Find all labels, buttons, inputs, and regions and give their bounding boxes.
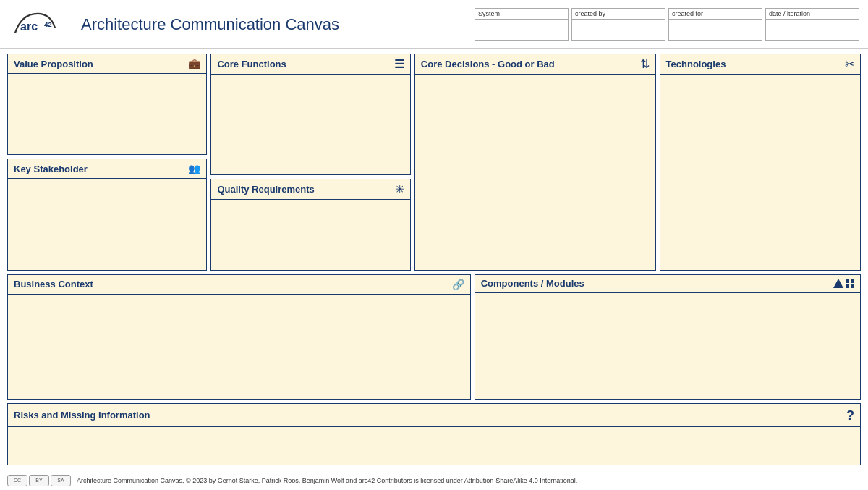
svg-marker-2	[833, 279, 843, 288]
link-icon	[452, 278, 464, 291]
cell-key-stakeholder: Key Stakeholder	[7, 159, 207, 270]
row-1: Value Proposition Key Stakeholder Core F…	[7, 54, 861, 271]
cell-core-decisions: Core Decisions - Good or Bad	[414, 54, 656, 271]
arc42-logo: arc 42	[9, 7, 67, 43]
cell-components-modules-header: Components / Modules	[475, 275, 860, 293]
cell-value-proposition-body[interactable]	[8, 74, 206, 154]
people-icon	[188, 162, 200, 175]
mid-col: Core Functions Quality Requirements	[210, 54, 410, 271]
cell-components-modules-body[interactable]	[475, 293, 860, 399]
cell-core-functions-title: Core Functions	[217, 59, 286, 69]
cell-risks-header: Risks and Missing Information	[8, 404, 860, 427]
cell-key-stakeholder-title: Key Stakeholder	[14, 164, 88, 174]
field-system[interactable]: System	[475, 8, 569, 41]
header: arc 42 Architecture Communication Canvas…	[0, 0, 868, 49]
cell-core-decisions-title: Core Decisions - Good or Bad	[421, 59, 555, 69]
left-col: Value Proposition Key Stakeholder	[7, 54, 207, 271]
cell-quality-requirements: Quality Requirements	[210, 179, 410, 271]
svg-text:arc: arc	[20, 20, 38, 33]
tools-icon	[845, 57, 854, 71]
briefcase-icon	[188, 57, 200, 70]
cc-icon: CC	[7, 475, 27, 486]
cell-risks: Risks and Missing Information	[7, 403, 861, 465]
cell-business-context-body[interactable]	[8, 295, 470, 399]
field-created-for-label: created for	[669, 9, 762, 20]
field-created-by-label: created by	[572, 9, 665, 20]
svg-rect-6	[851, 284, 854, 288]
list-icon	[394, 57, 404, 71]
question-icon	[846, 407, 854, 423]
cell-technologies-title: Technologies	[666, 59, 726, 69]
cell-core-decisions-header: Core Decisions - Good or Bad	[415, 54, 655, 75]
cell-quality-requirements-header: Quality Requirements	[211, 179, 409, 200]
sort-icon	[640, 57, 650, 71]
row-3: Risks and Missing Information	[7, 403, 861, 465]
cell-core-decisions-body[interactable]	[415, 75, 655, 270]
logo-area: arc 42	[9, 7, 67, 43]
shapes-icon	[833, 278, 854, 290]
cell-value-proposition: Value Proposition	[7, 54, 207, 155]
cell-business-context: Business Context	[7, 274, 471, 400]
cell-value-proposition-title: Value Proposition	[14, 59, 93, 69]
cell-components-modules: Components / Modules	[475, 274, 861, 400]
cell-business-context-header: Business Context	[8, 275, 470, 295]
cell-risks-title: Risks and Missing Information	[14, 410, 150, 421]
cell-core-functions-header: Core Functions	[211, 54, 409, 75]
footer: CC BY SA Architecture Communication Canv…	[0, 470, 868, 490]
cc-sa-icon: SA	[51, 475, 71, 486]
svg-text:42: 42	[44, 20, 52, 28]
cell-risks-body[interactable]	[8, 427, 860, 465]
footer-text: Architecture Communication Canvas, © 202…	[77, 477, 577, 484]
cell-technologies-body[interactable]	[660, 75, 860, 270]
svg-rect-4	[851, 279, 854, 283]
cell-quality-requirements-title: Quality Requirements	[217, 184, 314, 195]
cell-business-context-title: Business Context	[14, 279, 93, 290]
field-date-iteration[interactable]: date / iteration	[765, 8, 859, 41]
field-date-label: date / iteration	[766, 9, 859, 20]
cc-badge: CC BY SA	[7, 475, 71, 486]
cell-technologies-header: Technologies	[660, 54, 860, 75]
cc-by-icon: BY	[29, 475, 49, 486]
svg-rect-5	[846, 284, 849, 288]
canvas-wrapper: Value Proposition Key Stakeholder Core F…	[0, 49, 868, 470]
cell-key-stakeholder-header: Key Stakeholder	[8, 159, 206, 179]
page-title: Architecture Communication Canvas	[81, 15, 475, 34]
svg-rect-3	[846, 279, 849, 283]
field-created-by-input[interactable]	[572, 20, 665, 40]
header-fields: System created by created for date / ite…	[475, 8, 859, 41]
field-created-for[interactable]: created for	[668, 8, 762, 41]
cell-quality-requirements-body[interactable]	[211, 200, 409, 270]
field-date-input[interactable]	[766, 20, 859, 40]
gear-icon	[395, 182, 404, 196]
cell-core-functions-body[interactable]	[211, 75, 409, 174]
field-system-label: System	[475, 9, 568, 20]
cell-technologies: Technologies	[660, 54, 861, 271]
row-2: Business Context Components / Modules	[7, 274, 861, 400]
cell-core-functions: Core Functions	[210, 54, 410, 175]
cell-key-stakeholder-body[interactable]	[8, 179, 206, 269]
field-system-input[interactable]	[475, 20, 568, 40]
field-created-for-input[interactable]	[669, 20, 762, 40]
field-created-by[interactable]: created by	[571, 8, 665, 41]
cell-value-proposition-header: Value Proposition	[8, 54, 206, 74]
cell-components-modules-title: Components / Modules	[481, 278, 584, 289]
